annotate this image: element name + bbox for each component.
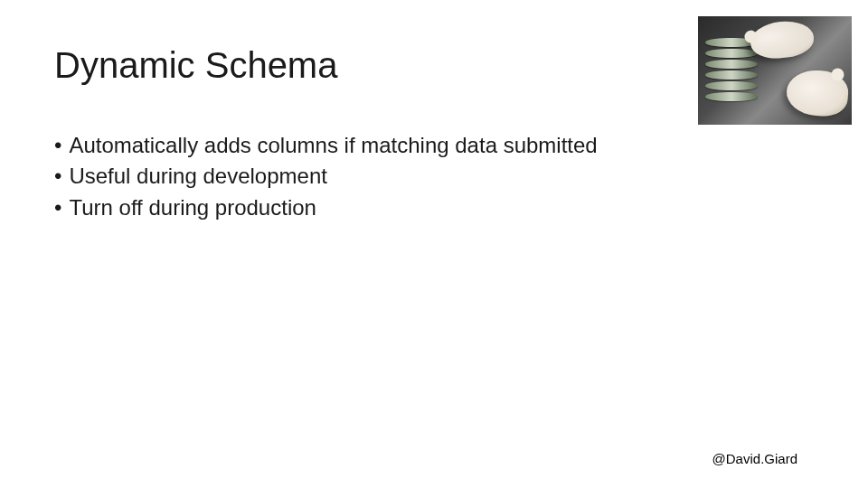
list-item: • Useful during development	[54, 162, 598, 191]
footer-handle: @David.Giard	[712, 451, 797, 466]
disk-stack-icon	[705, 38, 758, 101]
slide-title: Dynamic Schema	[54, 45, 337, 86]
mouse-icon	[749, 18, 816, 61]
decorative-image	[698, 16, 852, 125]
list-item: • Turn off during production	[54, 193, 598, 222]
bullet-text: Automatically adds columns if matching d…	[69, 131, 597, 160]
mouse-icon	[785, 69, 849, 118]
list-item: • Automatically adds columns if matching…	[54, 131, 598, 160]
bullet-dot-icon: •	[54, 162, 61, 191]
slide: Dynamic Schema • Automatically adds colu…	[0, 0, 868, 488]
bullet-text: Useful during development	[69, 162, 327, 191]
bullet-text: Turn off during production	[69, 193, 316, 222]
bullet-list: • Automatically adds columns if matching…	[54, 131, 598, 224]
bullet-dot-icon: •	[54, 131, 61, 160]
bullet-dot-icon: •	[54, 193, 61, 222]
